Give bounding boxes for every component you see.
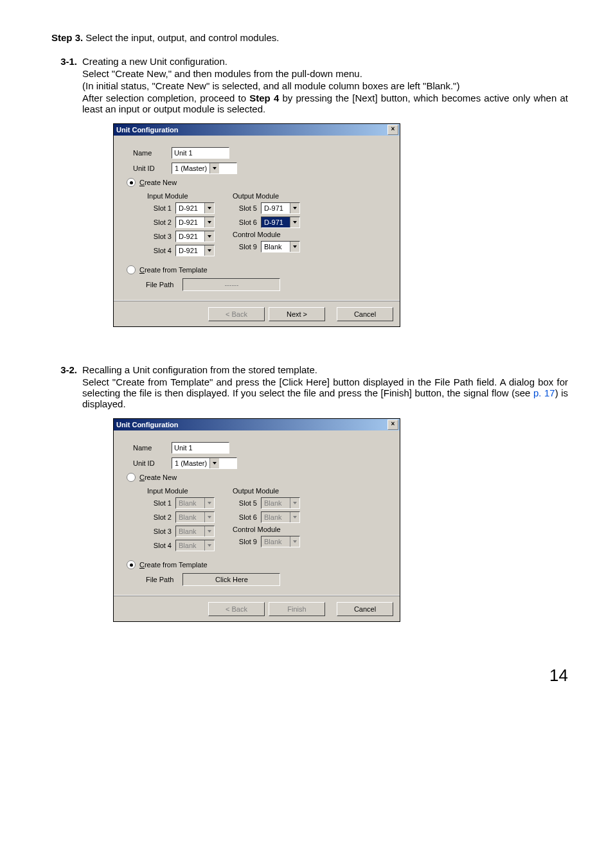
chevron-down-icon: [290, 512, 299, 522]
slot4-select: Blank: [175, 540, 215, 551]
slot3-value: Blank: [176, 526, 204, 536]
slot6-value: Blank: [262, 512, 290, 522]
radio-create-from-template[interactable]: [127, 265, 136, 274]
unitid-value: 1 (Master): [172, 163, 209, 173]
radio-create-from-template[interactable]: [127, 560, 136, 569]
page-link[interactable]: p. 17: [533, 387, 555, 398]
slot5-label: Slot 5: [233, 204, 261, 212]
dialog-titlebar: Unit Configuration ×: [114, 419, 400, 430]
input-module-label: Input Module: [147, 192, 215, 200]
slot1-value: D-921: [176, 203, 204, 213]
slot1-value: Blank: [176, 498, 204, 508]
slot6-label: Slot 6: [233, 218, 261, 226]
slot9-label: Slot 9: [233, 243, 261, 251]
sec32-title: Recalling a Unit configuration from the …: [82, 364, 568, 375]
dialog-title: Unit Configuration: [116, 421, 387, 429]
unitid-label: Unit ID: [133, 164, 172, 172]
chevron-down-icon[interactable]: [209, 163, 219, 173]
slot1-label: Slot 1: [147, 204, 175, 212]
create-from-template-label: Create from Template: [139, 561, 208, 569]
back-button: < Back: [208, 307, 265, 321]
control-module-label: Control Module: [233, 526, 300, 533]
page-number: 14: [51, 666, 568, 686]
chevron-down-icon[interactable]: [204, 203, 214, 213]
chevron-down-icon[interactable]: [204, 217, 214, 227]
name-label: Name: [133, 444, 172, 452]
slot9-select: Blank: [261, 536, 300, 547]
dialog-titlebar: Unit Configuration ×: [114, 124, 400, 136]
unitid-select[interactable]: 1 (Master): [172, 457, 237, 469]
slot9-value: Blank: [262, 536, 290, 547]
slot3-select: Blank: [175, 526, 215, 537]
step-label: Step 3.: [51, 32, 83, 43]
name-field[interactable]: Unit 1: [172, 442, 229, 454]
slot6-label: Slot 6: [233, 513, 261, 521]
slot3-label: Slot 3: [147, 233, 175, 240]
slot5-label: Slot 5: [233, 499, 261, 507]
slot3-label: Slot 3: [147, 527, 175, 535]
chevron-down-icon[interactable]: [290, 203, 299, 213]
slot5-value: D-971: [262, 203, 290, 213]
chevron-down-icon[interactable]: [204, 245, 214, 256]
slot1-select[interactable]: D-921: [175, 202, 215, 214]
chevron-down-icon: [204, 512, 214, 522]
file-path-label: File Path: [146, 281, 173, 288]
name-label: Name: [133, 149, 172, 157]
back-button: < Back: [208, 602, 265, 616]
close-icon[interactable]: ×: [387, 125, 398, 135]
slot2-value: Blank: [176, 512, 204, 522]
next-button[interactable]: Next >: [269, 307, 325, 321]
name-field[interactable]: Unit 1: [172, 147, 229, 159]
radio-create-new[interactable]: [127, 473, 136, 482]
slot3-select[interactable]: D-921: [175, 231, 215, 242]
slot2-select: Blank: [175, 511, 215, 523]
chevron-down-icon[interactable]: [290, 242, 299, 252]
unitid-label: Unit ID: [133, 459, 172, 467]
slot9-value: Blank: [262, 242, 290, 252]
sec32-num: 3-2.: [51, 364, 82, 640]
chevron-down-icon[interactable]: [204, 231, 214, 242]
file-path-button[interactable]: Click Here: [182, 573, 280, 586]
radio-create-new[interactable]: [127, 178, 136, 187]
step-text: Select the input, output, and control mo…: [85, 32, 279, 43]
create-new-label: Create New: [139, 474, 177, 481]
chevron-down-icon: [290, 498, 299, 508]
unitid-value: 1 (Master): [172, 458, 209, 468]
cancel-button[interactable]: Cancel: [337, 307, 393, 321]
slot4-value: D-921: [176, 245, 204, 256]
slot6-select[interactable]: D-971: [261, 217, 300, 228]
chevron-down-icon[interactable]: [209, 458, 219, 468]
output-module-label: Output Module: [233, 192, 300, 200]
cancel-button[interactable]: Cancel: [337, 602, 393, 616]
create-from-template-label: Create from Template: [139, 266, 208, 274]
slot4-label: Slot 4: [147, 247, 175, 254]
slot9-select[interactable]: Blank: [261, 241, 300, 252]
chevron-down-icon: [204, 498, 214, 508]
slot2-label: Slot 2: [147, 513, 175, 521]
sec31-num: 3-1.: [51, 56, 82, 345]
file-path-field: ------: [182, 278, 280, 291]
slot2-label: Slot 2: [147, 218, 175, 226]
output-module-label: Output Module: [233, 487, 300, 495]
sec31-p1: Select "Create New," and then modules fr…: [82, 68, 568, 79]
sec32-p1: Select "Create from Template" and press …: [82, 376, 568, 409]
chevron-down-icon[interactable]: [290, 217, 299, 227]
slot6-value: D-971: [262, 217, 290, 227]
slot5-value: Blank: [262, 498, 290, 508]
step-heading: Step 3. Select the input, output, and co…: [51, 32, 568, 43]
slot5-select[interactable]: D-971: [261, 202, 300, 214]
unit-config-dialog-1: Unit Configuration × Name Unit 1 Unit ID…: [113, 123, 400, 327]
chevron-down-icon: [204, 526, 214, 536]
control-module-label: Control Module: [233, 231, 300, 238]
unit-config-dialog-2: Unit Configuration × Name Unit 1 Unit ID…: [113, 418, 400, 622]
slot9-label: Slot 9: [233, 538, 261, 545]
close-icon[interactable]: ×: [387, 420, 398, 430]
slot2-select[interactable]: D-921: [175, 217, 215, 228]
unitid-select[interactable]: 1 (Master): [172, 163, 237, 174]
finish-button: Finish: [269, 602, 325, 616]
sec31-p3: After selection completion, proceed to S…: [82, 93, 568, 114]
slot4-select[interactable]: D-921: [175, 245, 215, 256]
slot5-select: Blank: [261, 497, 300, 509]
slot2-value: D-921: [176, 217, 204, 227]
slot6-select: Blank: [261, 511, 300, 523]
